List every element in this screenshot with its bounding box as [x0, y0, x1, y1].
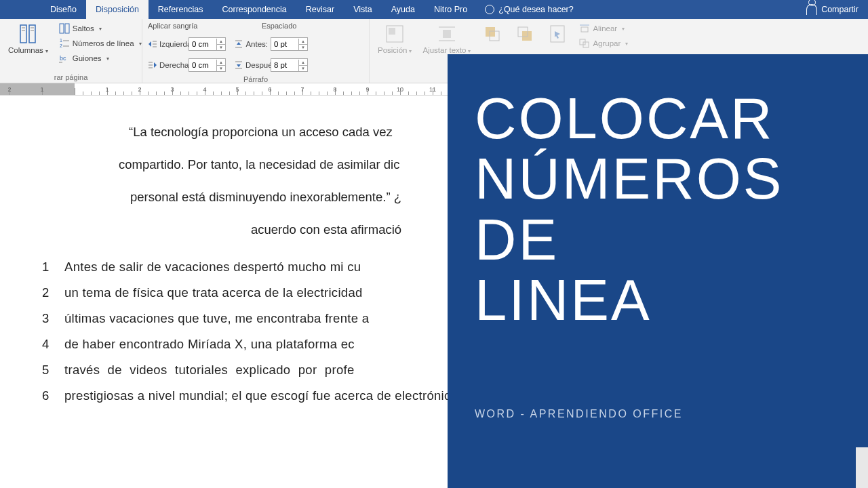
share-label: Compartir [821, 5, 859, 14]
position-icon [384, 23, 406, 45]
spin-down[interactable]: ▼ [299, 45, 307, 50]
svg-rect-25 [389, 28, 395, 35]
overlay-title: COLOCAR NÚMEROS DE LINEA [475, 88, 841, 330]
bulb-icon [485, 5, 494, 14]
tab-revisar[interactable]: Revisar [296, 0, 344, 19]
spin-down[interactable]: ▼ [217, 45, 225, 50]
spacing-header: Espaciado [262, 22, 296, 30]
svg-rect-26 [443, 30, 451, 38]
selection-pane-icon [547, 23, 568, 45]
paragraph-group-label: Párrafo [148, 74, 363, 83]
spin-up[interactable]: ▲ [217, 60, 225, 66]
align-icon [579, 23, 590, 34]
overlay-subtitle: WORD - APRENDIENDO OFFICE [475, 408, 841, 420]
line-numbers-icon: 12 [59, 38, 70, 49]
tab-diseno[interactable]: Diseño [41, 0, 86, 19]
spin-down[interactable]: ▼ [299, 66, 307, 71]
svg-rect-6 [60, 24, 64, 33]
svg-text:2: 2 [60, 43, 62, 48]
title-overlay: COLOCAR NÚMEROS DE LINEA WORD - APRENDIE… [448, 54, 868, 488]
spin-up[interactable]: ▲ [299, 60, 307, 66]
breaks-button[interactable]: Saltos▾ [56, 22, 144, 35]
spin-down[interactable]: ▼ [217, 66, 225, 71]
group-button: Agrupar▾ [576, 37, 631, 50]
breaks-icon [59, 23, 70, 34]
space-before-input[interactable]: ▲▼ [271, 37, 308, 51]
scrollbar-fragment[interactable] [856, 447, 868, 488]
tab-correspondencia[interactable]: Correspondencia [213, 0, 296, 19]
indent-left-input[interactable]: ▲▼ [189, 37, 226, 51]
line-numbers-button[interactable]: 12 Números de línea▾ [56, 37, 144, 50]
indent-right-input[interactable]: ▲▼ [189, 58, 226, 72]
group-icon [579, 38, 590, 49]
tab-disposicion[interactable]: Disposición [86, 0, 149, 19]
columns-icon [17, 23, 39, 45]
tab-nitro[interactable]: Nitro Pro [425, 0, 477, 19]
tab-vista[interactable]: Vista [344, 0, 382, 19]
send-backward-icon [514, 23, 536, 45]
tab-referencias[interactable]: Referencias [149, 0, 213, 19]
tab-menu[interactable] [0, 0, 41, 19]
columns-button[interactable]: Columnas▾ [5, 22, 51, 72]
bring-forward-icon [481, 23, 503, 45]
space-after-input[interactable]: ▲▼ [271, 58, 308, 72]
space-after-icon [234, 60, 243, 70]
page-setup-group-label: rar página [5, 72, 136, 81]
tab-ayuda[interactable]: Ayuda [382, 0, 425, 19]
tell-me-label: ¿Qué desea hacer? [498, 5, 574, 14]
svg-text:bc: bc [60, 55, 66, 62]
hyphenation-icon: bc [59, 53, 70, 64]
svg-text:1: 1 [60, 38, 62, 43]
ribbon-tabs: Diseño Disposición Referencias Correspon… [0, 0, 868, 19]
svg-rect-35 [581, 27, 588, 32]
position-button: Posición▾ [375, 22, 414, 81]
indent-right-icon [148, 60, 157, 70]
space-before-icon [234, 39, 243, 49]
spin-up[interactable]: ▲ [299, 39, 307, 45]
svg-rect-7 [65, 24, 69, 33]
align-button: Alinear▾ [576, 22, 631, 35]
svg-rect-31 [522, 31, 532, 41]
indent-header: Aplicar sangría [148, 22, 208, 30]
share-button[interactable]: Compartir [797, 0, 868, 19]
spin-up[interactable]: ▲ [217, 39, 225, 45]
tell-me-search[interactable]: ¿Qué desea hacer? [477, 0, 582, 19]
wrap-text-icon [436, 23, 458, 45]
hyphenation-button[interactable]: bc Guiones▾ [56, 52, 144, 65]
indent-left-icon [148, 39, 157, 49]
person-icon [806, 4, 817, 15]
svg-rect-29 [486, 27, 495, 37]
